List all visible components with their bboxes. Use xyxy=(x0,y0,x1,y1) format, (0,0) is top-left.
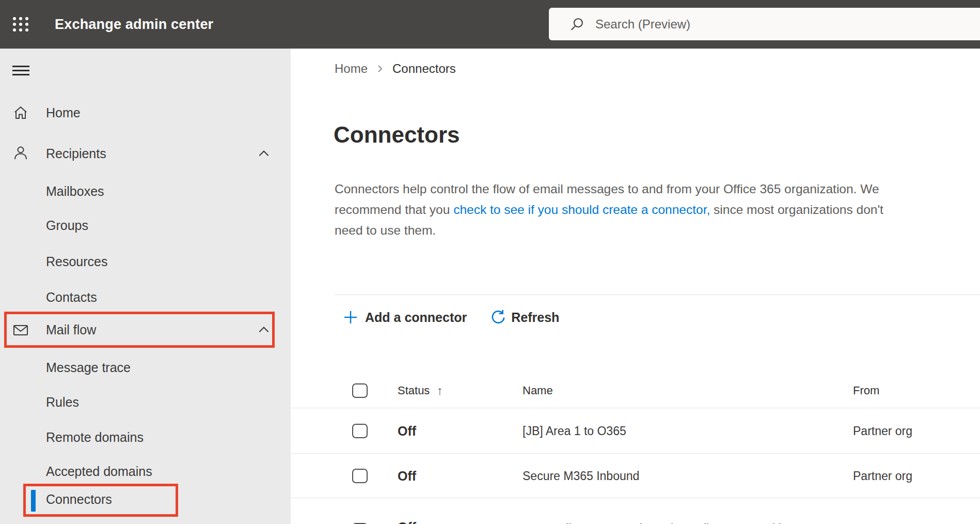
status-cell: Off xyxy=(398,520,416,524)
column-header-status[interactable]: Status xyxy=(398,384,430,397)
sidebar-item-label: Connectors xyxy=(46,491,112,507)
sidebar-item-label: Mailboxes xyxy=(46,183,104,199)
plus-icon xyxy=(343,310,358,325)
table-row[interactable]: Off Secure M365 Inbound Partner org xyxy=(291,454,980,498)
sidebar-item-remote-domains[interactable]: Remote domains xyxy=(0,429,291,445)
sidebar-item-connectors[interactable]: Connectors xyxy=(0,491,291,507)
sidebar-item-label: Accepted domains xyxy=(46,464,152,479)
row-checkbox[interactable] xyxy=(352,469,368,483)
sidebar-item-label: Contacts xyxy=(46,289,97,305)
description-line: recommend that you check to see if you s… xyxy=(335,199,980,220)
from-cell: Partner org xyxy=(853,469,912,483)
toolbar-top-divider xyxy=(335,295,980,295)
sidebar-item-label: Recipients xyxy=(46,146,106,161)
sidebar-item-label: Rules xyxy=(46,394,79,410)
select-all-checkbox[interactable] xyxy=(352,383,368,398)
row-checkbox[interactable] xyxy=(352,424,368,438)
sidebar-item-label: Resources xyxy=(46,254,108,269)
sidebar-item-label: Remote domains xyxy=(46,429,144,445)
person-icon xyxy=(12,145,29,161)
sidebar-item-label: Message trace xyxy=(46,360,131,375)
name-cell: EU - mailstream-eu-primary.journaling.mx… xyxy=(523,522,787,524)
description-line: need to use them. xyxy=(335,220,980,241)
status-cell: Off xyxy=(398,468,416,483)
top-app-bar: Exchange admin center xyxy=(0,0,980,49)
page-title: Connectors xyxy=(334,122,460,148)
sidebar-item-resources[interactable]: Resources xyxy=(0,254,291,269)
column-header-from[interactable]: From xyxy=(853,384,879,397)
chevron-right-icon xyxy=(375,64,385,73)
sidebar-item-mailboxes[interactable]: Mailboxes xyxy=(0,183,291,199)
sidebar-item-accepted-domains[interactable]: Accepted domains xyxy=(0,464,291,479)
exchange-admin-center-screen: Exchange admin center Home Recipients xyxy=(0,0,980,524)
table-row[interactable]: Off EU - mailstream-eu-primary.journalin… xyxy=(291,498,980,524)
chevron-up-icon[interactable] xyxy=(257,323,271,337)
name-cell: Secure M365 Inbound xyxy=(523,469,639,483)
search-icon xyxy=(570,17,585,32)
from-cell: Partner org xyxy=(853,424,912,438)
chevron-up-icon[interactable] xyxy=(257,147,271,161)
add-connector-label: Add a connector xyxy=(365,310,467,325)
sidebar-item-message-trace[interactable]: Message trace xyxy=(0,360,291,375)
from-cell: O365 xyxy=(853,522,882,524)
breadcrumb: Home Connectors xyxy=(335,60,456,78)
app-title: Exchange admin center xyxy=(55,0,213,49)
sidebar-item-recipients[interactable]: Recipients xyxy=(0,146,291,161)
command-bar: Add a connector Refresh xyxy=(343,302,559,333)
refresh-label: Refresh xyxy=(511,310,559,325)
create-connector-link[interactable]: check to see if you should create a conn… xyxy=(453,203,710,217)
home-icon xyxy=(12,104,29,121)
status-cell: Off xyxy=(398,423,416,438)
search-input[interactable] xyxy=(595,17,905,32)
global-search[interactable] xyxy=(549,8,980,40)
sidebar-item-contacts[interactable]: Contacts xyxy=(0,289,291,305)
breadcrumb-current: Connectors xyxy=(392,61,456,76)
hamburger-menu-icon[interactable] xyxy=(12,66,29,75)
breadcrumb-home-link[interactable]: Home xyxy=(335,61,368,76)
app-launcher-icon[interactable] xyxy=(11,16,30,33)
sidebar-item-rules[interactable]: Rules xyxy=(0,394,291,410)
sidebar-item-label: Home xyxy=(46,105,81,120)
table-header-row: Status ↑ Name From xyxy=(291,373,980,408)
sidebar-item-groups[interactable]: Groups xyxy=(0,218,291,233)
table-row[interactable]: Off [JB] Area 1 to O365 Partner org xyxy=(291,408,980,454)
sidebar-item-home[interactable]: Home xyxy=(0,105,291,120)
refresh-button[interactable]: Refresh xyxy=(489,309,559,326)
refresh-icon xyxy=(489,309,506,326)
sidebar-item-label: Mail flow xyxy=(46,322,96,337)
add-connector-button[interactable]: Add a connector xyxy=(343,310,467,325)
column-header-name[interactable]: Name xyxy=(523,384,553,397)
sort-ascending-icon: ↑ xyxy=(437,383,443,398)
main-content: Home Connectors Connectors Connectors he… xyxy=(291,49,980,524)
left-nav: Home Recipients Mailboxes Groups Resourc… xyxy=(0,49,291,524)
sidebar-item-label: Groups xyxy=(46,218,88,233)
sidebar-item-mail-flow[interactable]: Mail flow xyxy=(0,322,291,337)
name-cell: [JB] Area 1 to O365 xyxy=(523,424,626,438)
description-line: Connectors help control the flow of emai… xyxy=(335,179,980,199)
page-description: Connectors help control the flow of emai… xyxy=(335,179,980,241)
mail-icon xyxy=(12,322,29,338)
